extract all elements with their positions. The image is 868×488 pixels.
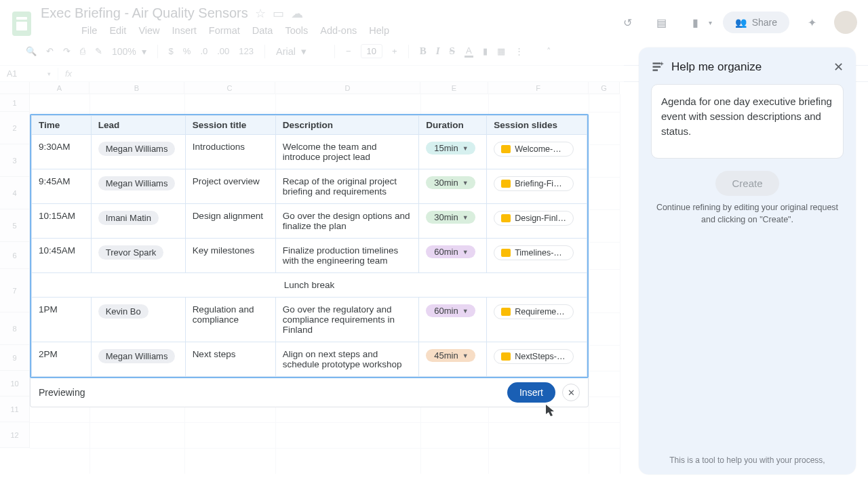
- duration-chip[interactable]: 15min▼: [426, 142, 475, 155]
- cell-time: 10:15AM: [32, 204, 92, 239]
- slides-chip[interactable]: Briefing-Finland...: [494, 176, 574, 191]
- table-header: Session title: [185, 116, 275, 135]
- table-header: Session slides: [487, 116, 587, 135]
- table-header: Time: [32, 116, 92, 135]
- table-row: 10:15AMImani MatinDesign alignmentGo ove…: [32, 204, 587, 239]
- preview-label: Previewing: [39, 387, 85, 398]
- lead-chip[interactable]: Kevin Bo: [98, 304, 149, 319]
- share-button[interactable]: 👥 Share: [723, 12, 789, 33]
- cell-time: 10:45AM: [32, 239, 92, 273]
- ai-preview-table: TimeLeadSession titleDescriptionDuration…: [30, 114, 589, 378]
- cell-description: Align on next steps and schedule prototy…: [275, 342, 418, 377]
- slides-icon: [501, 145, 511, 153]
- table-row: Lunch break: [32, 273, 587, 298]
- chevron-down-icon: ▼: [462, 180, 469, 186]
- slides-chip[interactable]: Welcome-Finlan...: [494, 142, 574, 157]
- slides-chip[interactable]: Design-FinlandC...: [494, 211, 574, 226]
- slides-icon: [501, 352, 511, 361]
- duration-chip[interactable]: 45min▼: [426, 349, 475, 362]
- cell-description: Finalize production timelines with the e…: [275, 239, 418, 273]
- cell-description: Recap of the original project briefing a…: [275, 169, 418, 204]
- account-avatar[interactable]: [834, 11, 857, 34]
- preview-action-bar: Previewing Insert ✕: [30, 378, 589, 407]
- cell-description: Go over the design options and finalize …: [275, 204, 418, 239]
- svg-rect-2: [653, 69, 658, 71]
- share-icon: 👥: [735, 17, 747, 28]
- meet-icon[interactable]: ▮: [684, 11, 707, 34]
- sparkle-icon[interactable]: ✦: [800, 11, 823, 34]
- comments-icon[interactable]: ▤: [650, 11, 673, 34]
- sidepanel-title: Help me organize: [671, 60, 762, 74]
- table-header: Lead: [91, 116, 185, 135]
- lead-chip[interactable]: Megan Williams: [98, 176, 176, 190]
- lead-chip[interactable]: Megan Williams: [98, 349, 176, 363]
- table-header: Description: [275, 116, 418, 135]
- organize-prompt-input[interactable]: Agenda for one day executive briefing ev…: [651, 84, 844, 159]
- create-button[interactable]: Create: [715, 171, 778, 196]
- cell-description: Welcome the team and introduce project l…: [275, 135, 418, 169]
- chevron-down-icon: ▼: [462, 145, 469, 152]
- table-row: 9:30AMMegan WilliamsIntroductionsWelcome…: [32, 135, 587, 169]
- duration-chip[interactable]: 30min▼: [426, 176, 475, 189]
- help-me-organize-panel: Help me organize ✕ Agenda for one day ex…: [639, 47, 856, 474]
- cell-time: 2PM: [32, 342, 92, 377]
- organize-sparkle-icon: [651, 60, 665, 74]
- lead-chip[interactable]: Imani Matin: [98, 211, 159, 225]
- lead-chip[interactable]: Megan Williams: [98, 142, 176, 156]
- slides-chip[interactable]: NextSteps-Finlan...: [494, 349, 574, 364]
- slides-chip[interactable]: Timelines-Finlan...: [494, 245, 574, 260]
- chevron-down-icon: ▼: [462, 308, 469, 314]
- sidepanel-footer-disclaimer: This is a tool to help you with your pro…: [651, 455, 844, 466]
- cell-title: Introductions: [185, 135, 275, 169]
- mouse-cursor-icon: [545, 404, 556, 418]
- duration-chip[interactable]: 60min▼: [426, 304, 475, 317]
- chevron-down-icon: ▼: [462, 352, 469, 359]
- table-header: Duration: [419, 116, 487, 135]
- sidepanel-hint: Continue refining by editing your origin…: [651, 201, 844, 226]
- slides-icon: [501, 308, 511, 316]
- slides-chip[interactable]: Requirements-Fi...: [494, 304, 574, 319]
- table-row: 1PMKevin BoRegulation and complianceGo o…: [32, 298, 587, 342]
- dismiss-preview-button[interactable]: ✕: [562, 384, 580, 401]
- meet-dropdown-caret-icon[interactable]: ▾: [709, 19, 712, 26]
- cell-time: 9:45AM: [32, 169, 92, 204]
- lead-chip[interactable]: Trevor Spark: [98, 245, 164, 260]
- cell-title: Project overview: [185, 169, 275, 204]
- svg-rect-1: [653, 66, 661, 68]
- table-row: 10:45AMTrevor SparkKey milestonesFinaliz…: [32, 239, 587, 273]
- cell-description: Go over the regulatory and compliance re…: [275, 298, 418, 342]
- insert-button[interactable]: Insert: [507, 382, 555, 403]
- svg-rect-0: [653, 62, 661, 64]
- chevron-down-icon: ▼: [462, 214, 469, 221]
- chevron-down-icon: ▼: [462, 249, 469, 256]
- cell-title: Next steps: [185, 342, 275, 377]
- slides-icon: [501, 180, 511, 188]
- table-row: 9:45AMMegan WilliamsProject overviewReca…: [32, 169, 587, 204]
- close-sidepanel-button[interactable]: ✕: [833, 60, 844, 75]
- slides-icon: [501, 249, 511, 257]
- slides-icon: [501, 214, 511, 222]
- table-row: 2PMMegan WilliamsNext stepsAlign on next…: [32, 342, 587, 377]
- duration-chip[interactable]: 30min▼: [426, 211, 475, 224]
- cell-title: Key milestones: [185, 239, 275, 273]
- cell-title: Regulation and compliance: [185, 298, 275, 342]
- cell-title: Design alignment: [185, 204, 275, 239]
- cell-time: 1PM: [32, 298, 92, 342]
- share-label: Share: [752, 17, 777, 28]
- duration-chip[interactable]: 60min▼: [426, 245, 475, 258]
- cell-time: 9:30AM: [32, 135, 92, 169]
